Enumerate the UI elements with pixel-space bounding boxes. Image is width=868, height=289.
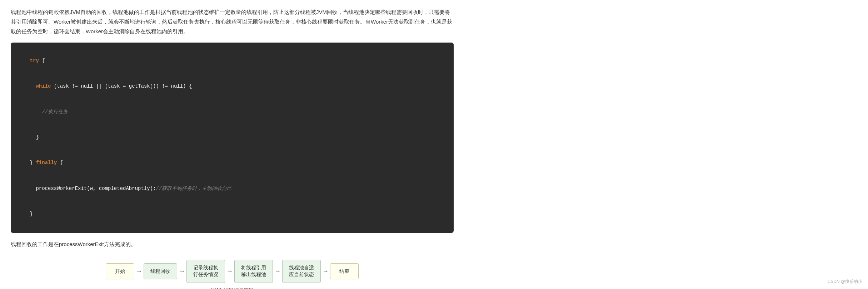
flow-arrow-5: → — [322, 268, 329, 275]
flow-arrow-4: → — [274, 268, 281, 275]
middle-paragraph: 线程回收的工作是在processWorkerExit方法完成的。 — [11, 239, 454, 249]
flow-arrow-3: → — [226, 268, 233, 275]
code-line-2: while (task != null || (task = getTask()… — [18, 74, 447, 99]
comment-recycle: //获取不到任务时，主动回收自己 — [156, 186, 232, 191]
flow-node-record: 记录线程执行任务情况 — [186, 260, 225, 283]
code-line-6: processWorkerExit(w, completedAbruptly);… — [18, 176, 447, 201]
flow-node-adapt: 线程池自适应当前状态 — [282, 260, 321, 283]
flowchart: 开始 → 线程回收 → 记录线程执行任务情况 → 将线程引用移出线程池 → 线程… — [106, 260, 359, 283]
code-line-5: } finally { — [18, 151, 447, 176]
intro-text: 线程池中线程的销毁依赖JVM自动的回收，线程池做的工作是根据当前线程池的状态维护… — [11, 7, 454, 36]
code-block: try { while (task != null || (task = get… — [11, 43, 454, 233]
code-line-4: } — [18, 125, 447, 150]
intro-paragraph: 线程池中线程的销毁依赖JVM自动的回收，线程池做的工作是根据当前线程池的状态维护… — [11, 7, 454, 36]
flow-node-remove: 将线程引用移出线程池 — [234, 260, 273, 283]
code-line-7: } — [18, 201, 447, 227]
flow-node-recycle: 线程回收 — [144, 263, 177, 280]
flow-node-start: 开始 — [106, 263, 134, 280]
flow-arrow-2: → — [179, 268, 185, 275]
keyword-finally: finally — [36, 160, 57, 166]
flow-arrow-1: → — [136, 268, 142, 275]
keyword-try: try — [30, 58, 39, 64]
comment-execute: //执行任务 — [30, 109, 68, 115]
code-line-1: try { — [18, 48, 447, 74]
middle-text: 线程回收的工作是在processWorkerExit方法完成的。 — [11, 239, 454, 249]
flow-node-end: 结束 — [330, 263, 359, 280]
keyword-while: while — [36, 83, 51, 89]
code-line-3: //执行任务 — [18, 99, 447, 125]
flowchart-container: 开始 → 线程回收 → 记录线程执行任务情况 → 将线程引用移出线程池 → 线程… — [11, 260, 454, 289]
flowchart-caption: 图10 线程销毁流程 — [211, 287, 253, 289]
